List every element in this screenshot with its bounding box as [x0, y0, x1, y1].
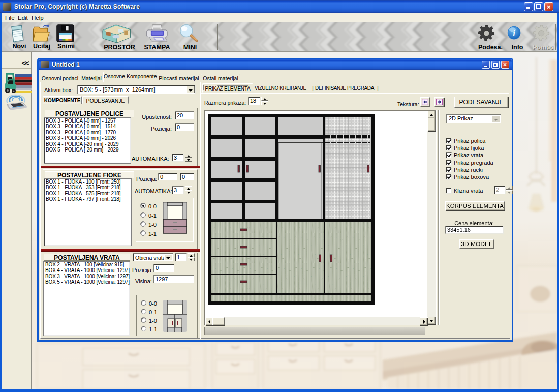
svg-text:i: i [513, 29, 515, 38]
